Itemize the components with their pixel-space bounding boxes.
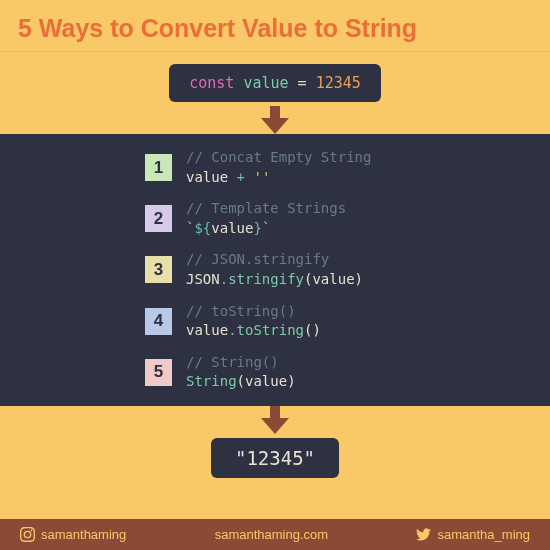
comment-3: // JSON.stringify — [186, 250, 363, 270]
code-block-3: // JSON.stringify JSON.stringify(value) — [186, 250, 363, 289]
comment-1: // Concat Empty String — [186, 148, 371, 168]
code-line-1: value + '' — [186, 168, 371, 188]
keyword-const: const — [189, 74, 234, 92]
code-line-3: JSON.stringify(value) — [186, 270, 363, 290]
number-literal: 12345 — [316, 74, 361, 92]
methods-list: 1 // Concat Empty String value + '' 2 //… — [0, 134, 550, 406]
method-item-3: 3 // JSON.stringify JSON.stringify(value… — [145, 250, 550, 289]
footer-bar: samanthaming samanthaming.com samantha_m… — [0, 519, 550, 550]
twitter-icon — [416, 527, 431, 542]
website-text: samanthaming.com — [215, 527, 328, 542]
number-badge-1: 1 — [145, 154, 172, 181]
number-badge-5: 5 — [145, 359, 172, 386]
twitter-text: samantha_ming — [437, 527, 530, 542]
arrow-stem-top — [270, 106, 280, 118]
method-item-5: 5 // String() String(value) — [145, 353, 550, 392]
comment-2: // Template Strings — [186, 199, 346, 219]
code-line-4: value.toString() — [186, 321, 321, 341]
result-value: "12345" — [211, 438, 339, 478]
code-line-5: String(value) — [186, 372, 296, 392]
instagram-text: samanthaming — [41, 527, 126, 542]
number-badge-4: 4 — [145, 308, 172, 335]
arrow-stem-bottom — [270, 406, 280, 418]
code-block-1: // Concat Empty String value + '' — [186, 148, 371, 187]
number-badge-3: 3 — [145, 256, 172, 283]
method-item-2: 2 // Template Strings `${value}` — [145, 199, 550, 238]
number-badge-2: 2 — [145, 205, 172, 232]
const-declaration: const value = 12345 — [169, 64, 381, 102]
code-block-4: // toString() value.toString() — [186, 302, 321, 341]
comment-5: // String() — [186, 353, 296, 373]
twitter-handle: samantha_ming — [416, 527, 530, 542]
comment-4: // toString() — [186, 302, 321, 322]
method-item-4: 4 // toString() value.toString() — [145, 302, 550, 341]
page-title: 5 Ways to Convert Value to String — [0, 0, 550, 52]
method-item-1: 1 // Concat Empty String value + '' — [145, 148, 550, 187]
arrow-down-icon — [261, 118, 289, 134]
arrow-down-icon — [261, 418, 289, 434]
code-line-2: `${value}` — [186, 219, 346, 239]
instagram-icon — [20, 527, 35, 542]
instagram-handle: samanthaming — [20, 527, 126, 542]
code-block-5: // String() String(value) — [186, 353, 296, 392]
equals: = — [298, 74, 307, 92]
var-name: value — [243, 74, 288, 92]
code-block-2: // Template Strings `${value}` — [186, 199, 346, 238]
